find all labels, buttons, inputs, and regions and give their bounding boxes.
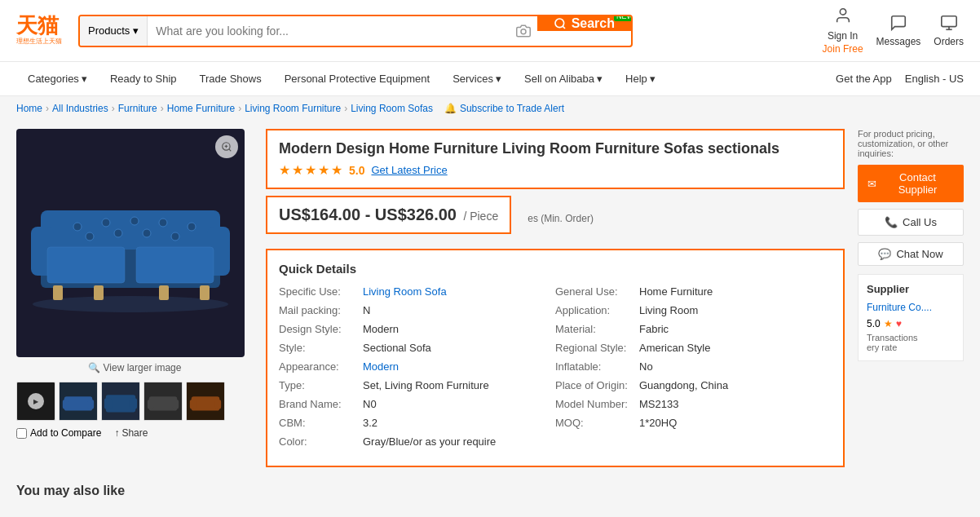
- svg-point-13: [130, 217, 139, 225]
- qd-left: Specific Use: Living Room Sofa Mail pack…: [279, 285, 555, 454]
- qd-row: MOQ: 1*20HQ: [555, 417, 832, 429]
- content-area: 🔍 View larger image ▶: [0, 121, 980, 475]
- star-1: ★: [279, 162, 290, 178]
- supplier-name[interactable]: Furniture Co....: [867, 302, 955, 313]
- breadcrumb-home-furniture[interactable]: Home Furniture: [167, 103, 235, 114]
- get-latest-price-link[interactable]: Get Latest Price: [371, 164, 447, 176]
- thumb-video[interactable]: ▶: [16, 382, 55, 421]
- new-badge: NEW: [614, 15, 633, 21]
- top-right: Sign In Join Free Messages Orders: [823, 7, 964, 55]
- sofa-svg: [16, 170, 245, 316]
- sign-in-item[interactable]: Sign In Join Free: [823, 7, 863, 55]
- qd-row: Design Style: Modern: [279, 323, 555, 335]
- quick-details-title: Quick Details: [279, 262, 832, 276]
- bottom-section: You may also like: [0, 475, 980, 506]
- svg-point-16: [86, 232, 94, 241]
- search-input[interactable]: [148, 16, 509, 46]
- orders-item[interactable]: Orders: [934, 14, 964, 47]
- thumb-4[interactable]: [186, 382, 225, 421]
- orders-icon: [940, 14, 958, 34]
- chevron-down-icon: ▾: [597, 73, 603, 85]
- thumb-3[interactable]: [143, 382, 183, 421]
- messages-icon: [890, 14, 907, 34]
- svg-point-17: [114, 229, 122, 237]
- breadcrumb: Home › All Industries › Furniture › Home…: [0, 96, 980, 121]
- thumb-2[interactable]: [101, 382, 140, 421]
- star-rating: ★ ★ ★ ★ ★: [279, 162, 342, 178]
- rating-row: ★ ★ ★ ★ ★ 5.0 Get Latest Price: [279, 162, 832, 178]
- play-icon: ▶: [28, 393, 44, 409]
- call-us-button[interactable]: 📞 Call Us: [858, 209, 964, 236]
- products-dropdown[interactable]: Products ▾: [80, 16, 148, 46]
- star-2: ★: [292, 162, 303, 178]
- qd-row: General Use: Home Furniture: [555, 285, 832, 298]
- bell-icon: 🔔: [444, 103, 457, 114]
- nav-sell-on[interactable]: Sell on Alibaba ▾: [513, 62, 614, 96]
- product-images: 🔍 View larger image ▶: [16, 129, 253, 467]
- svg-rect-35: [88, 400, 95, 409]
- svg-point-19: [171, 232, 179, 241]
- supplier-label: Supplier: [867, 283, 955, 295]
- trade-alert-link[interactable]: 🔔 Subscribe to Trade Alert: [444, 103, 564, 114]
- compare-checkbox[interactable]: [16, 428, 27, 439]
- breadcrumb-industries[interactable]: All Industries: [52, 103, 108, 114]
- nav-categories[interactable]: Categories ▾: [16, 62, 99, 96]
- thumb-1[interactable]: [59, 382, 98, 421]
- price-range: US$164.00 - US$326.00: [279, 205, 457, 223]
- star-icon: ★: [884, 318, 893, 329]
- breadcrumb-living-room[interactable]: Living Room Furniture: [245, 103, 341, 114]
- qd-row: Mail packing: N: [279, 304, 555, 316]
- share-button[interactable]: ↑ Share: [114, 427, 148, 439]
- nav-language[interactable]: English - US: [905, 73, 964, 85]
- chevron-down-icon: ▾: [82, 73, 87, 85]
- chevron-down-icon: ▾: [496, 73, 501, 85]
- svg-rect-23: [136, 247, 214, 283]
- svg-point-18: [143, 229, 151, 237]
- svg-rect-46: [190, 400, 196, 409]
- user-icon: [834, 7, 852, 29]
- for-product-text: For product pricing, customization, or o…: [858, 129, 964, 158]
- svg-rect-25: [94, 285, 104, 300]
- you-may-like-heading: You may also like: [16, 484, 964, 498]
- star-5: ★: [331, 162, 342, 178]
- breadcrumb-sofas[interactable]: Living Room Sofas: [351, 103, 433, 114]
- svg-point-1: [555, 19, 564, 28]
- compare-checkbox-label[interactable]: Add to Compare: [16, 427, 101, 439]
- view-larger-link[interactable]: 🔍 View larger image: [16, 357, 253, 378]
- qd-row: Type: Set, Living Room Furniture: [279, 379, 555, 391]
- camera-icon[interactable]: [510, 16, 537, 46]
- nav-help[interactable]: Help ▾: [614, 62, 667, 96]
- nav-ready-to-ship[interactable]: Ready to Ship: [99, 62, 188, 96]
- svg-rect-27: [200, 285, 210, 300]
- svg-rect-4: [941, 16, 956, 27]
- rating-number: 5.0: [349, 164, 364, 177]
- phone-icon: 📞: [885, 216, 898, 228]
- top-bar: 天猫 理想生活上天猫 Products ▾ NEW: [0, 0, 980, 62]
- star-3: ★: [305, 162, 316, 178]
- nav-get-app[interactable]: Get the App: [836, 73, 892, 85]
- nav-trade-shows[interactable]: Trade Shows: [188, 62, 273, 96]
- qd-row: Color: Gray/Blue/or as your require: [279, 435, 555, 448]
- product-title: Modern Design Home Furniture Living Room…: [279, 140, 832, 157]
- chat-now-button[interactable]: 💬 Chat Now: [858, 242, 964, 266]
- price-unit: / Piece: [463, 210, 498, 223]
- nav-ppe[interactable]: Personal Protective Equipment: [273, 62, 441, 96]
- qd-row: Application: Living Room: [555, 304, 832, 316]
- breadcrumb-home[interactable]: Home: [16, 103, 42, 114]
- contact-supplier-button[interactable]: ✉ Contact Supplier: [858, 165, 964, 202]
- messages-item[interactable]: Messages: [876, 14, 921, 47]
- qd-row: Regional Style: American Style: [555, 342, 832, 354]
- svg-rect-22: [47, 247, 125, 283]
- svg-rect-26: [159, 285, 169, 300]
- breadcrumb-furniture[interactable]: Furniture: [118, 103, 157, 114]
- logo[interactable]: 天猫 理想生活上天猫: [16, 15, 62, 46]
- zoom-button[interactable]: [215, 135, 238, 158]
- nav-services[interactable]: Services ▾: [441, 62, 513, 96]
- svg-rect-38: [104, 398, 113, 409]
- right-sidebar: For product pricing, customization, or o…: [858, 129, 964, 467]
- qd-row: CBM: 3.2: [279, 417, 555, 429]
- qd-row: Material: Fabric: [555, 323, 832, 335]
- qd-row: Brand Name: N0: [279, 398, 555, 410]
- main-product-image: [16, 129, 245, 357]
- supplier-box: Supplier Furniture Co.... 5.0 ★ ♥ Transa…: [858, 274, 964, 361]
